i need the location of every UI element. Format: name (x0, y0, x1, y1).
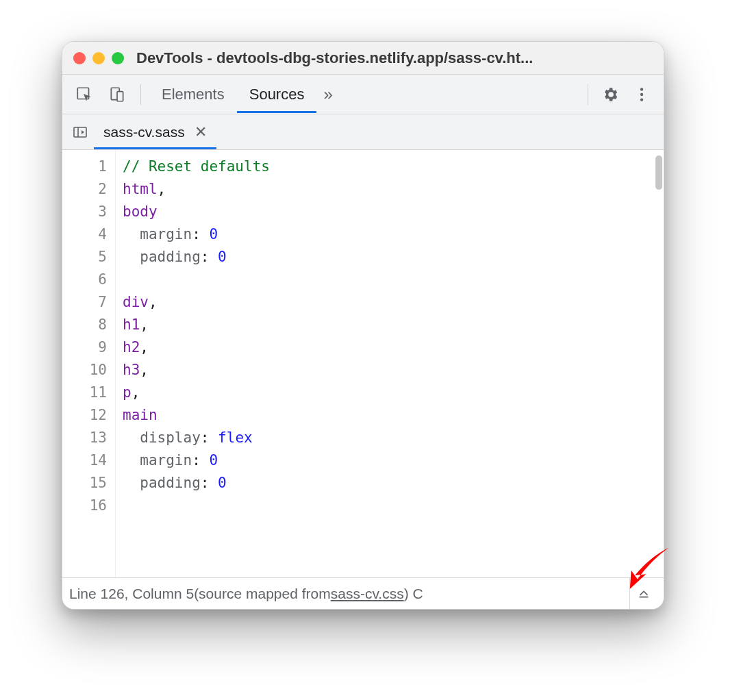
file-tab-active[interactable]: sass-cv.sass ✕ (94, 115, 216, 149)
toolbar-separator (588, 84, 588, 105)
line-number: 10 (62, 359, 107, 382)
line-number: 2 (62, 178, 107, 201)
line-number: 16 (62, 495, 107, 517)
line-number: 12 (62, 404, 107, 427)
close-window-button[interactable] (73, 52, 86, 64)
code-line[interactable]: padding: 0 (123, 246, 664, 268)
settings-gear-icon[interactable] (595, 79, 625, 110)
scrollbar-thumb[interactable] (655, 155, 662, 190)
toolbar-separator (140, 84, 141, 105)
code-line[interactable]: margin: 0 (123, 449, 664, 472)
svg-point-3 (640, 88, 643, 90)
more-tabs-icon[interactable]: » (323, 85, 332, 104)
titlebar: DevTools - devtools-dbg-stories.netlify.… (62, 42, 664, 75)
window-title: DevTools - devtools-dbg-stories.netlify.… (136, 49, 653, 67)
line-number: 1 (62, 155, 107, 178)
line-number: 11 (62, 382, 107, 404)
more-options-icon[interactable] (627, 79, 657, 110)
code-line[interactable]: p, (123, 382, 664, 404)
code-line[interactable] (123, 268, 664, 291)
devtools-window: DevTools - devtools-dbg-stories.netlify.… (62, 41, 664, 610)
svg-rect-2 (117, 91, 123, 101)
line-number: 3 (62, 201, 107, 223)
code-line[interactable]: display: flex (123, 427, 664, 449)
line-number: 5 (62, 246, 107, 268)
line-number: 9 (62, 336, 107, 359)
line-number: 13 (62, 427, 107, 449)
cursor-position: Line 126, Column 5 (69, 586, 194, 602)
code-line[interactable]: html, (123, 178, 664, 201)
main-toolbar: Elements Sources » (62, 75, 664, 114)
svg-point-4 (640, 92, 643, 95)
status-bar: Line 126, Column 5 (source mapped from s… (62, 577, 664, 609)
line-number: 15 (62, 472, 107, 495)
close-tab-icon[interactable]: ✕ (195, 123, 207, 141)
code-editor[interactable]: 12345678910111213141516 // Reset default… (62, 150, 664, 577)
line-number: 8 (62, 314, 107, 336)
line-number: 7 (62, 291, 107, 314)
line-number: 6 (62, 268, 107, 291)
inspect-element-icon[interactable] (69, 79, 99, 110)
file-tab-label: sass-cv.sass (103, 124, 185, 140)
code-line[interactable]: margin: 0 (123, 223, 664, 246)
device-toolbar-icon[interactable] (102, 79, 132, 110)
line-number: 4 (62, 223, 107, 246)
code-line[interactable]: // Reset defaults (123, 155, 664, 178)
code-content[interactable]: // Reset defaultshtml,body margin: 0 pad… (116, 150, 664, 577)
source-map-link[interactable]: sass-cv.css (331, 586, 404, 602)
code-line[interactable]: padding: 0 (123, 472, 664, 495)
code-line[interactable]: main (123, 404, 664, 427)
navigator-toggle-icon[interactable] (68, 120, 92, 145)
code-line[interactable]: h1, (123, 314, 664, 336)
svg-rect-6 (74, 127, 86, 137)
source-mapped-suffix: ) C (404, 586, 423, 602)
maximize-window-button[interactable] (112, 52, 124, 64)
line-number-gutter: 12345678910111213141516 (62, 150, 116, 577)
file-tab-bar: sass-cv.sass ✕ (62, 114, 664, 150)
code-line[interactable] (123, 495, 664, 517)
svg-point-5 (640, 98, 643, 101)
code-line[interactable]: h2, (123, 336, 664, 359)
source-mapped-prefix: (source mapped from (194, 586, 331, 602)
tab-elements[interactable]: Elements (149, 76, 237, 113)
panel-tabs: Elements Sources » (149, 76, 579, 113)
show-drawer-icon[interactable] (629, 578, 657, 609)
code-line[interactable]: h3, (123, 359, 664, 382)
minimize-window-button[interactable] (92, 52, 105, 64)
tab-sources[interactable]: Sources (237, 76, 317, 113)
line-number: 14 (62, 449, 107, 472)
code-line[interactable]: div, (123, 291, 664, 314)
code-line[interactable]: body (123, 201, 664, 223)
